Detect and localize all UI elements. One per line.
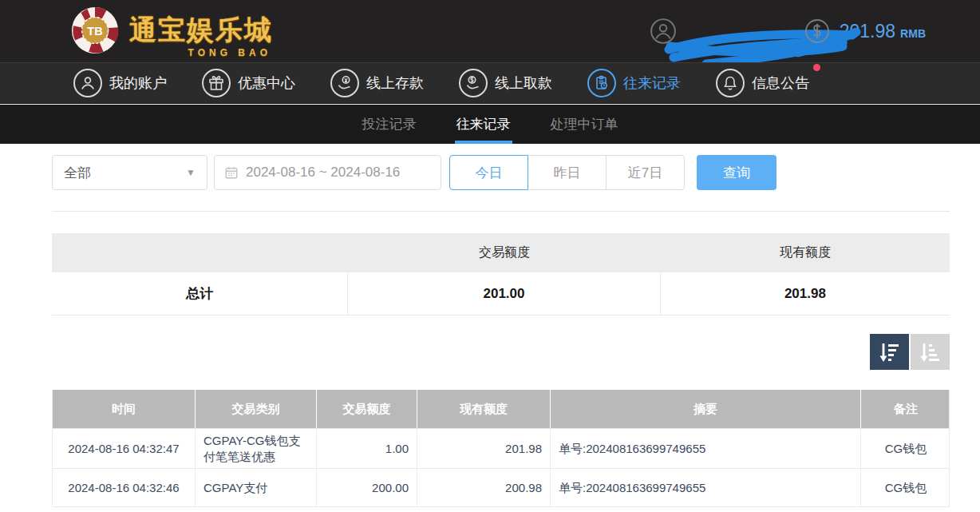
type-select-value: 全部 [64,164,186,182]
sort-controls [870,334,950,370]
cell-note: CG钱包 [861,469,950,506]
page: TB 通宝娱乐城 TONG BAO [0,0,980,512]
top-header: TB 通宝娱乐城 TONG BAO [0,0,980,62]
balance-coin-icon [804,18,830,44]
nav-item-deposit[interactable]: 线上存款 [330,69,424,97]
casino-chip-icon: TB [70,6,120,55]
tab-pending-orders[interactable]: 处理中订单 [551,105,618,144]
cell-balance: 201.98 [417,429,551,468]
cell-type: CGPAY支付 [196,469,317,506]
nav-item-transaction-records[interactable]: 往来记录 [587,69,681,97]
nav-label: 优惠中心 [238,73,295,93]
records-header-balance: 现有额度 [417,390,551,428]
username-hidden [677,19,804,43]
summary-total-current-balance: 201.98 [661,272,950,315]
quick-btn-today[interactable]: 今日 [449,155,528,190]
balance-amount: 201.98 [840,21,895,42]
records-table: 时间 交易类别 交易额度 现有额度 摘要 备注 2024-08-16 04:32… [52,390,950,507]
quick-btn-yesterday[interactable]: 昨日 [528,155,607,190]
summary-total-label: 总计 [52,272,348,315]
tab-transaction-records[interactable]: 往来记录 [456,105,511,144]
cell-amount: 200.00 [317,469,417,506]
nav-label: 线上取款 [495,73,552,93]
summary-total-transaction-amount: 201.00 [348,272,661,315]
cell-summary: 单号:202408163699749655 [551,429,861,468]
chevron-down-icon: ▼ [186,167,196,178]
summary-header-current-balance: 现有额度 [661,233,950,272]
quick-btn-last7days[interactable]: 近7日 [606,155,685,190]
summary-table: 交易额度 现有额度 总计 201.00 201.98 [52,233,950,316]
nav-item-promotions[interactable]: 优惠中心 [202,69,295,97]
quick-date-group: 今日 昨日 近7日 [449,155,685,190]
cell-balance: 200.98 [417,469,551,506]
sort-ascending-button[interactable] [911,334,950,370]
nav-label: 信息公告 [752,73,809,93]
notification-badge [813,64,820,71]
section-divider [52,211,950,212]
records-header-summary: 摘要 [551,390,861,428]
site-logo[interactable]: TB 通宝娱乐城 TONG BAO [70,6,273,55]
bell-icon [716,69,745,97]
tab-betting-records[interactable]: 投注记录 [362,105,417,144]
nav-item-announcements[interactable]: 信息公告 [716,69,809,97]
sub-tab-bar: 投注记录 往来记录 处理中订单 [0,105,980,144]
main-nav: 我的账户 优惠中心 线上存款 [0,62,980,104]
date-range-value: 2024-08-16 ~ 2024-08-16 [246,165,400,181]
type-select[interactable]: 全部 ▼ [52,155,207,190]
calendar-icon [224,165,239,180]
filter-bar: 全部 ▼ 2024-08-16 ~ 2024-08-16 今日 昨日 近7日 查… [52,155,950,190]
records-header-time: 时间 [53,390,196,428]
records-icon [587,69,616,97]
sort-descending-button[interactable] [870,334,909,370]
records-header-row: 时间 交易类别 交易额度 现有额度 摘要 备注 [53,390,949,428]
nav-item-withdraw[interactable]: 线上取款 [459,69,552,97]
nav-label: 我的账户 [109,73,167,93]
table-row: 2024-08-16 04:32:47 CGPAY-CG钱包支付笔笔送优惠 1.… [53,428,949,468]
cell-summary: 单号:202408163699749655 [551,469,861,506]
records-header-type: 交易类别 [196,390,317,428]
nav-item-my-account[interactable]: 我的账户 [73,69,167,97]
nav-label: 线上存款 [366,73,424,93]
cell-time: 2024-08-16 04:32:46 [53,469,196,506]
records-header-note: 备注 [861,390,950,428]
user-icon [73,69,102,97]
date-range-input[interactable]: 2024-08-16 ~ 2024-08-16 [214,155,441,190]
site-subtitle: TONG BAO [188,47,271,58]
records-header-amount: 交易额度 [317,390,417,428]
sort-descending-icon [878,340,902,364]
user-info: 201.98 RMB [650,0,926,62]
balance-currency: RMB [900,22,926,40]
search-button[interactable]: 查询 [697,155,776,190]
cell-type: CGPAY-CG钱包支付笔笔送优惠 [196,429,317,468]
cell-time: 2024-08-16 04:32:47 [53,429,196,468]
summary-total-row: 总计 201.00 201.98 [52,272,950,316]
user-avatar-icon [650,18,677,45]
sort-ascending-icon [919,340,942,364]
summary-header-row: 交易额度 现有额度 [52,233,950,272]
nav-label: 往来记录 [623,73,681,93]
cell-note: CG钱包 [861,429,950,468]
svg-text:TB: TB [87,25,102,38]
gift-icon [202,69,231,97]
cell-amount: 1.00 [317,429,417,468]
table-row: 2024-08-16 04:32:46 CGPAY支付 200.00 200.9… [53,468,949,506]
site-title: 通宝娱乐城 [129,12,273,49]
summary-header-empty [52,233,348,272]
withdraw-icon [459,69,488,97]
summary-header-transaction-amount: 交易额度 [348,233,661,272]
deposit-icon [330,69,359,97]
